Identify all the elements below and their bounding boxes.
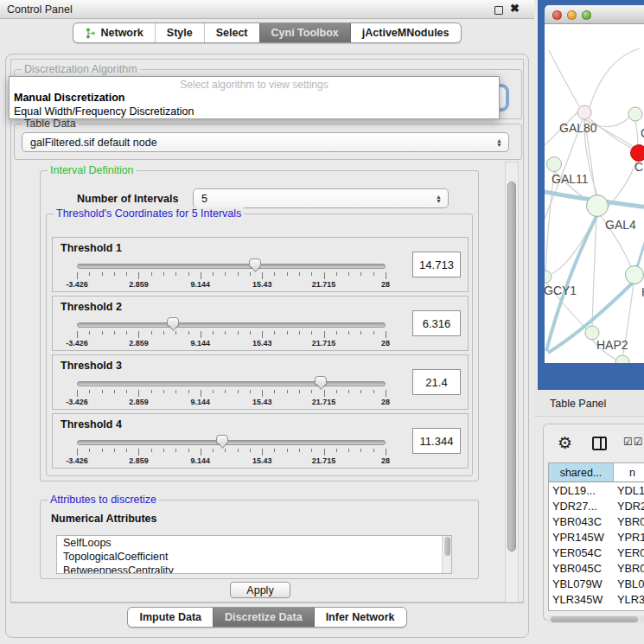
- tab-discretize-data[interactable]: Discretize Data: [213, 608, 314, 627]
- cell-name[interactable]: YIL0: [614, 607, 644, 611]
- cell-shared-name[interactable]: YDR27...: [549, 498, 614, 513]
- node-top-right[interactable]: [628, 107, 642, 121]
- node-gcy1[interactable]: [545, 271, 552, 283]
- table-row[interactable]: YPR145WYPR1: [549, 529, 644, 545]
- node-gal11[interactable]: [547, 157, 562, 172]
- apply-button[interactable]: Apply: [230, 582, 290, 598]
- attribute-list-item[interactable]: TopologicalCoefficient: [57, 550, 451, 564]
- number-of-intervals-spinner[interactable]: 5 ▲▼: [193, 188, 449, 208]
- table-row[interactable]: YER054CYER0: [549, 545, 644, 560]
- content-scrollbar[interactable]: [505, 162, 519, 603]
- list-scrollbar[interactable]: [442, 536, 451, 573]
- list-scrollbar-thumb[interactable]: [444, 537, 450, 556]
- cell-shared-name[interactable]: YBL079W: [549, 576, 614, 591]
- table-data-combobox[interactable]: galFiltered.sif default node ▲▼: [22, 132, 509, 152]
- cell-shared-name[interactable]: YER054C: [549, 545, 614, 560]
- threshold-slider[interactable]: -3.4262.8599.14415.4321.71528: [77, 262, 386, 291]
- table-row[interactable]: YBR045CYBR0: [549, 560, 644, 576]
- tab-jactivemnodules[interactable]: jActiveMNodules: [350, 23, 461, 42]
- minimize-light[interactable]: [567, 10, 577, 20]
- tab-infer-network[interactable]: Infer Network: [314, 608, 406, 627]
- algorithm-option-equal-width[interactable]: Equal Width/Frequency Discretization: [10, 105, 499, 118]
- slider-thumb[interactable]: [315, 376, 327, 386]
- zoom-light[interactable]: [582, 10, 591, 20]
- slider-thumb[interactable]: [167, 317, 179, 327]
- tab-cyni-toolbox[interactable]: Cyni Toolbox: [259, 23, 350, 42]
- network-edge[interactable]: [592, 216, 596, 326]
- cell-shared-name[interactable]: YBR043C: [549, 513, 614, 529]
- cell-shared-name[interactable]: YIL052C: [549, 607, 614, 611]
- float-window-icon[interactable]: [494, 6, 503, 15]
- network-edge[interactable]: [545, 171, 554, 271]
- cell-shared-name[interactable]: YBR045C: [549, 560, 614, 576]
- tab-select[interactable]: Select: [204, 23, 259, 42]
- table-row[interactable]: YBL079WYBL0: [549, 576, 644, 591]
- node-red[interactable]: [631, 145, 644, 162]
- node-attribute-table: shared... n YDL19...YDL1YDR27...YDR2YBR0…: [548, 462, 644, 611]
- threshold-slider[interactable]: -3.4262.8599.14415.4321.71528: [77, 379, 386, 409]
- table-row[interactable]: YDR27...YDR2: [549, 498, 644, 513]
- slider-track[interactable]: [77, 264, 386, 269]
- node-gal4[interactable]: [587, 195, 609, 217]
- close-light[interactable]: [552, 10, 562, 20]
- slider-thumb[interactable]: [249, 258, 261, 268]
- cell-shared-name[interactable]: YPR145W: [549, 529, 614, 545]
- node-label: GAL11: [552, 172, 589, 186]
- column-header-name[interactable]: n: [614, 463, 644, 481]
- cell-name[interactable]: YDL1: [614, 482, 644, 498]
- select-checkboxes-icon[interactable]: ☑☑: [623, 436, 644, 448]
- cell-name[interactable]: YDR2: [614, 498, 644, 513]
- close-window-icon[interactable]: ✖: [510, 2, 520, 15]
- slider-track[interactable]: [77, 322, 386, 328]
- threshold-slider[interactable]: -3.4262.8599.14415.4321.71528: [77, 438, 386, 468]
- table-hscrollbar-thumb[interactable]: [551, 616, 638, 622]
- cell-name[interactable]: YER0: [614, 545, 644, 560]
- threshold-value-field[interactable]: 11.344: [412, 428, 461, 454]
- node-gal80[interactable]: [577, 105, 591, 119]
- network-edge[interactable]: [590, 48, 640, 107]
- table-row[interactable]: YLR345WYLR3: [549, 591, 644, 607]
- node-label: G: [641, 126, 644, 140]
- split-columns-icon[interactable]: [592, 437, 607, 450]
- combo-arrows-icon: ▲▼: [496, 138, 502, 147]
- cell-shared-name[interactable]: YDL19...: [549, 482, 614, 498]
- algorithm-option-manual[interactable]: Manual Discretization: [10, 91, 499, 105]
- cell-name[interactable]: YBR0: [614, 560, 644, 576]
- slider-track[interactable]: [77, 381, 386, 386]
- tab-impute-data[interactable]: Impute Data: [128, 608, 213, 627]
- threshold-value-field[interactable]: 14.713: [412, 252, 461, 277]
- interval-definition-group: Interval Definition Number of Intervals …: [40, 170, 479, 481]
- threshold-value-field[interactable]: 21.4: [412, 369, 461, 395]
- node-h[interactable]: [626, 266, 644, 284]
- network-canvas[interactable]: GAL80GCGAL11GAL4GCY1HHAP2: [545, 24, 644, 363]
- slider-track[interactable]: [77, 440, 386, 445]
- table-row[interactable]: YDL19...YDL1: [549, 482, 644, 498]
- column-header-shared-name[interactable]: shared...: [549, 463, 614, 481]
- slider-tick-labels: -3.4262.8599.14415.4321.71528: [77, 339, 386, 348]
- table-row[interactable]: YBR043CYBR0: [549, 513, 644, 529]
- threshold-value-field[interactable]: 6.316: [412, 310, 461, 336]
- attributes-title: Attributes to discretize: [48, 494, 159, 506]
- numerical-attributes-list[interactable]: SelfLoopsTopologicalCoefficientBetweenne…: [56, 535, 452, 574]
- slider-thumb[interactable]: [216, 435, 228, 444]
- attribute-list-item[interactable]: BetweennessCentrality: [57, 564, 451, 574]
- cell-name[interactable]: YBL0: [614, 576, 644, 591]
- cell-name[interactable]: YBR0: [614, 513, 644, 529]
- table-row[interactable]: YIL052CYIL0: [549, 607, 644, 611]
- network-edge-thick[interactable]: [637, 237, 644, 267]
- threshold-4-row: Threshold 4-3.4262.8599.14415.4321.71528…: [52, 413, 469, 469]
- content-scrollbar-thumb[interactable]: [507, 182, 516, 552]
- tab-style[interactable]: Style: [155, 23, 204, 42]
- network-edge[interactable]: [635, 121, 638, 145]
- table-horizontal-scrollbar[interactable]: [548, 615, 644, 623]
- settings-gear-icon[interactable]: ⚙: [558, 433, 572, 453]
- attribute-list-item[interactable]: SelfLoops: [57, 536, 451, 550]
- threshold-slider[interactable]: -3.4262.8599.14415.4321.71528: [77, 321, 386, 350]
- node-bottom[interactable]: [615, 355, 629, 363]
- cell-name[interactable]: YLR3: [614, 591, 644, 607]
- tab-network[interactable]: Network: [73, 23, 154, 42]
- slider-ticks: [77, 449, 386, 456]
- cell-shared-name[interactable]: YLR345W: [549, 591, 614, 607]
- cell-name[interactable]: YPR1: [614, 529, 644, 545]
- network-edge[interactable]: [549, 50, 579, 106]
